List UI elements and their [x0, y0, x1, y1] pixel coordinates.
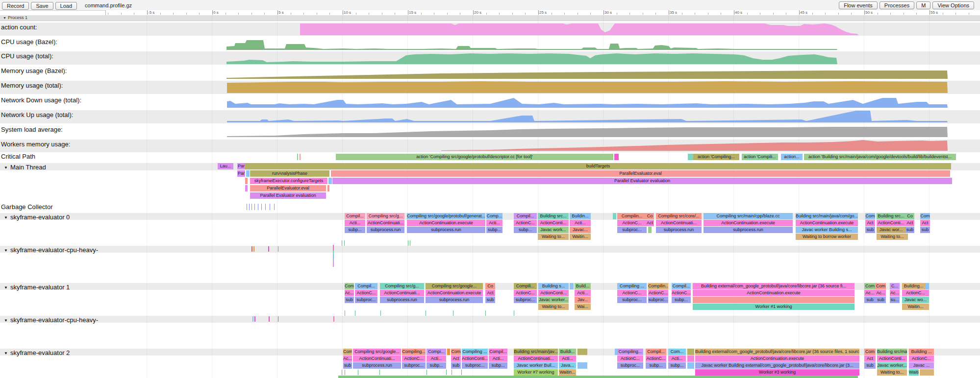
trace-slice-skyframe-evaluator-1[interactable]: Building...	[902, 283, 925, 289]
instant-event-tick[interactable]	[333, 256, 334, 261]
instant-event-tick[interactable]	[254, 204, 255, 210]
trace-slice-skyframe-evaluator-0[interactable]	[613, 213, 616, 219]
trace-slice-skyframe-evaluator-0[interactable]: Compiling src/core/...	[656, 213, 702, 219]
toolbar-button-load[interactable]: Load	[55, 2, 77, 10]
trace-slice-skyframe-evaluator-2[interactable]: Compil...	[646, 349, 666, 355]
trace-slice-skyframe-evaluator-1[interactable]: ActionC...	[672, 290, 691, 296]
trace-slice-skyframe-evaluator-2[interactable]: Compiling...	[617, 349, 643, 355]
instant-event-tick[interactable]	[249, 204, 250, 210]
trace-slice-skyframe-evaluator-1[interactable]: Javac wo...	[902, 297, 929, 303]
trace-slice-skyframe-evaluator-2[interactable]: Compiling ...	[462, 349, 488, 355]
trace-slice-skyframe-evaluator-2[interactable]: subp...	[489, 362, 507, 369]
instant-event-tick[interactable]	[461, 370, 462, 375]
trace-slice-skyframe-evaluator-2[interactable]: Waitin...	[909, 369, 919, 376]
instant-event-tick[interactable]	[251, 204, 252, 210]
track-label-skyframe-evaluator-1[interactable]: ▼skyframe-evaluator 1	[4, 284, 70, 291]
track-label-skyframe-evaluator-2[interactable]: ▼skyframe-evaluator 2	[4, 349, 70, 356]
instant-event-tick[interactable]	[344, 240, 345, 246]
trace-slice-skyframe-evaluator-2[interactable]: subp...	[668, 362, 686, 369]
trace-slice-main-thread[interactable]	[246, 170, 250, 177]
trace-slice-skyframe-evaluator-1[interactable]: Worker #1 working	[693, 304, 854, 310]
trace-slice-critical-path[interactable]	[614, 154, 619, 160]
toolbar-button-flow-events[interactable]: Flow events	[839, 1, 878, 9]
trace-slice-skyframe-evaluator-2[interactable]: Compiling src/google...	[353, 349, 401, 355]
instant-event-tick[interactable]	[269, 316, 270, 322]
trace-slice-skyframe-evaluator-0[interactable]: Compilin...	[617, 213, 647, 219]
trace-slice-skyframe-evaluator-2[interactable]: ActionConti...	[462, 355, 488, 362]
trace-slice-skyframe-evaluator-0[interactable]: Compil...	[514, 213, 537, 219]
trace-slice-skyframe-evaluator-0[interactable]: ActionC...	[514, 220, 537, 226]
trace-slice-skyframe-evaluator-0[interactable]: Javac...	[570, 227, 591, 233]
trace-slice-skyframe-evaluator-0[interactable]: Acti...	[486, 220, 503, 226]
trace-slice-skyframe-evaluator-2[interactable]	[687, 349, 694, 355]
instant-event-tick[interactable]	[333, 245, 334, 251]
trace-slice-skyframe-evaluator-1[interactable]: ActionC...	[514, 290, 537, 296]
trace-slice-skyframe-evaluator-2[interactable]: Compiling...	[402, 349, 426, 355]
trace-slice-skyframe-evaluator-0[interactable]: subp...	[514, 227, 537, 233]
instant-event-tick[interactable]	[452, 370, 452, 375]
track-label-skyframe-evaluator-cpu-heavy[interactable]: ▼skyframe-evaluator-cpu-heavy-	[4, 246, 98, 254]
trace-slice-skyframe-evaluator-1[interactable]: Compiling ...	[617, 283, 647, 289]
trace-slice-skyframe-evaluator-2[interactable]: subproc...	[617, 362, 643, 369]
instant-event-tick[interactable]	[261, 204, 262, 210]
trace-slice-skyframe-evaluator-2[interactable]: sub	[864, 362, 876, 369]
trace-slice-skyframe-evaluator-1[interactable]: sub	[345, 297, 354, 303]
trace-slice-main-thread[interactable]	[328, 178, 332, 184]
instant-event-tick[interactable]	[274, 204, 275, 210]
trace-slice-skyframe-evaluator-0[interactable]: Co	[646, 213, 654, 219]
trace-slice-skyframe-evaluator-1[interactable]: Com	[345, 283, 354, 289]
trace-slice-skyframe-evaluator-0[interactable]: Building src...	[877, 213, 905, 219]
trace-slice-skyframe-evaluator-2[interactable]: Building ...	[909, 349, 934, 355]
trace-slice-skyframe-evaluator-2[interactable]: Com	[451, 349, 461, 355]
instant-event-tick[interactable]	[485, 310, 486, 316]
trace-slice-main-thread[interactable]: Lau...	[218, 163, 233, 169]
instant-event-tick[interactable]	[380, 310, 381, 316]
trace-slice-skyframe-evaluator-0[interactable]: Waiting to...	[538, 234, 569, 240]
trace-slice-critical-path[interactable]: action 'Compiling src/google/protobuf/de…	[336, 154, 613, 160]
trace-slice-skyframe-evaluator-1[interactable]: Ac...	[864, 290, 876, 296]
trace-slice-skyframe-evaluator-0[interactable]: ActionContinuation.execute	[796, 220, 858, 226]
instant-event-tick[interactable]	[446, 370, 447, 375]
trace-slice-critical-path[interactable]: action 'Compili...	[742, 154, 778, 160]
trace-slice-skyframe-evaluator-1[interactable]: Compil...	[672, 283, 691, 289]
trace-slice-skyframe-evaluator-0[interactable]	[648, 227, 652, 233]
trace-slice-skyframe-evaluator-1[interactable]: C...	[890, 283, 900, 289]
instant-event-tick[interactable]	[514, 310, 514, 316]
instant-event-tick[interactable]	[345, 370, 345, 375]
trace-slice-skyframe-evaluator-1[interactable]: Acti...	[575, 290, 591, 296]
trace-slice-skyframe-evaluator-1[interactable]: Compiling src/g...	[380, 283, 424, 289]
trace-slice-skyframe-evaluator-2[interactable]: Acti...	[668, 355, 686, 362]
trace-slice-skyframe-evaluator-1[interactable]: subproc...	[617, 297, 647, 303]
trace-slice-skyframe-evaluator-0[interactable]: Acti...	[570, 220, 591, 226]
instant-event-tick[interactable]	[268, 246, 269, 252]
trace-slice-main-thread[interactable]: runAnalysisPhase	[250, 170, 329, 177]
trace-slice-skyframe-evaluator-1[interactable]: ActionConti...	[538, 290, 569, 296]
trace-slice-skyframe-evaluator-2[interactable]: Javac worker Buil...	[514, 362, 558, 369]
trace-slice-skyframe-evaluator-1[interactable]: Building s...	[538, 283, 569, 289]
trace-slice-skyframe-evaluator-0[interactable]: Acti...	[345, 220, 365, 226]
trace-slice-skyframe-evaluator-1[interactable]: Jav...	[575, 297, 591, 303]
instant-event-tick[interactable]	[333, 316, 334, 322]
instant-event-tick[interactable]	[270, 204, 270, 210]
trace-slice-critical-path[interactable]	[300, 154, 301, 160]
trace-slice-skyframe-evaluator-2[interactable]: Ac...	[343, 355, 352, 362]
trace-slice-skyframe-evaluator-2[interactable]: Building external/com_google_protobuf/ja…	[695, 349, 859, 355]
trace-slice-skyframe-evaluator-1[interactable]: Waiting to...	[538, 304, 569, 310]
trace-slice-skyframe-evaluator-2[interactable]	[920, 369, 934, 376]
trace-slice-skyframe-evaluator-1[interactable]: sub	[864, 297, 876, 303]
trace-slice-skyframe-evaluator-1[interactable]: Wai...	[575, 304, 591, 310]
trace-slice-main-thread[interactable]	[327, 185, 329, 191]
trace-slice-skyframe-evaluator-0[interactable]: Buildin...	[570, 213, 591, 219]
trace-slice-skyframe-evaluator-0[interactable]: sub	[865, 227, 875, 233]
trace-slice-skyframe-evaluator-2[interactable]	[687, 362, 694, 369]
instant-event-tick[interactable]	[427, 370, 427, 375]
trace-slice-skyframe-evaluator-1[interactable]: Build...	[575, 283, 591, 289]
trace-slice-skyframe-evaluator-0[interactable]: Act	[865, 220, 875, 226]
trace-slice-critical-path[interactable]	[688, 154, 693, 160]
trace-slice-skyframe-evaluator-0[interactable]: sub	[920, 227, 930, 233]
trace-slice-skyframe-evaluator-0[interactable]: Javac worker Building s...	[796, 227, 858, 233]
trace-slice-main-thread[interactable]: Parallel Evaluator evaluation	[250, 192, 326, 199]
trace-slice-skyframe-evaluator-2[interactable]: Com	[343, 349, 352, 355]
trace-slice-skyframe-evaluator-1[interactable]: Ac...	[890, 290, 900, 296]
instant-event-tick[interactable]	[251, 246, 252, 252]
